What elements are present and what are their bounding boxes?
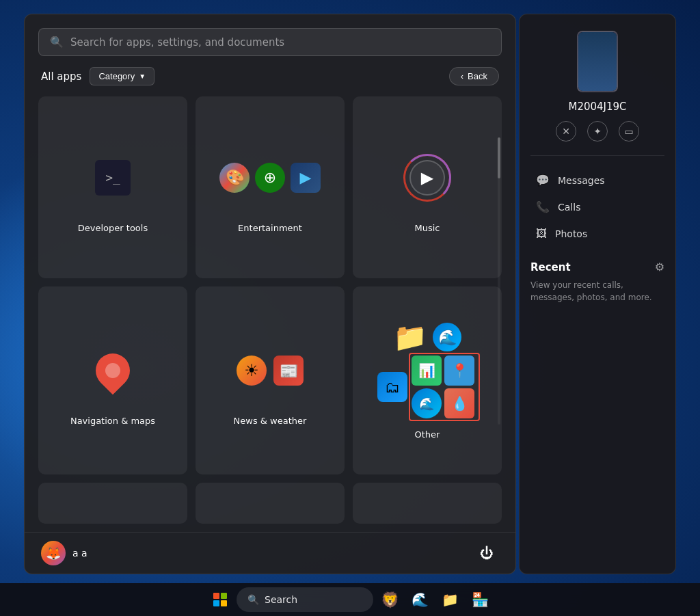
entertainment-icons: 🎨 ⊕ ▶	[219, 144, 321, 212]
chevron-left-icon: ‹	[461, 71, 463, 81]
category-button[interactable]: Category ▼	[90, 67, 154, 85]
avatar: 🦊	[41, 541, 66, 565]
phone-screen	[578, 32, 617, 91]
photos-label: Photos	[555, 228, 587, 239]
map-pin-icon	[92, 347, 133, 394]
taskbar-search-text: Search	[265, 594, 297, 605]
edge-dev-icon: 🌊	[412, 388, 442, 418]
taskbar-file-explorer-icon[interactable]: 📁	[436, 586, 463, 613]
start-search-bar[interactable]: 🔍 Search for apps, settings, and documen…	[38, 28, 502, 56]
start-menu: 🔍 Search for apps, settings, and documen…	[24, 14, 516, 574]
calls-label: Calls	[558, 202, 580, 213]
partial-bottom-row	[25, 483, 515, 532]
category-label-developer-tools: Developer tools	[78, 223, 148, 233]
category-tile-developer-tools[interactable]: >_ Developer tools	[38, 96, 187, 278]
category-tile-news[interactable]: ☀ 📰 News & weather	[196, 286, 345, 474]
phone-device-name: M2004J19C	[568, 101, 626, 113]
power-button[interactable]: ⏻	[474, 541, 499, 565]
bar-chart-icon: 📊	[412, 356, 442, 386]
user-name: a a	[72, 548, 88, 559]
recent-label: Recent	[530, 261, 571, 273]
partial-tile-1	[38, 483, 187, 524]
xbox-icon: ⊕	[255, 163, 285, 193]
messages-icon: 💬	[536, 174, 550, 187]
movies-icon: ▶	[291, 163, 321, 193]
news-icon: 📰	[273, 356, 304, 386]
terminal-icon: >_	[95, 160, 131, 196]
win-logo-yellow	[221, 600, 227, 606]
windows-logo-icon	[213, 593, 227, 606]
calls-icon: 📞	[536, 200, 550, 213]
edge-icon: 🌊	[433, 323, 461, 351]
scrollbar[interactable]	[498, 137, 500, 425]
phone-battery-icon[interactable]: ▭	[619, 121, 639, 142]
recent-settings-icon[interactable]: ⚙	[655, 260, 664, 273]
music-icon: ▶	[403, 154, 451, 202]
category-tile-music[interactable]: ▶ Music	[353, 96, 502, 278]
recent-description: View your recent calls, messages, photos…	[530, 279, 664, 304]
chevron-down-icon: ▼	[139, 72, 146, 80]
taskbar-search-icon: 🔍	[247, 594, 259, 605]
phone-bluetooth-icon[interactable]: ✦	[587, 121, 608, 142]
win-logo-blue	[213, 600, 219, 606]
category-label-entertainment: Entertainment	[238, 223, 302, 233]
partial-tile-3	[353, 483, 502, 524]
category-label-news: News & weather	[234, 416, 307, 426]
weather-icon: ☀	[237, 356, 267, 386]
phone-menu-messages[interactable]: 💬 Messages	[530, 167, 664, 193]
developer-tools-icons: >_	[95, 144, 131, 212]
search-icon: 🔍	[50, 36, 64, 49]
taskbar-center: 🔍 Search 🦁 🌊 📁 🏪	[206, 586, 494, 613]
partial-tile-2	[196, 483, 345, 524]
search-placeholder: Search for apps, settings, and documents	[70, 36, 490, 49]
taskbar-search[interactable]: 🔍 Search	[237, 587, 373, 612]
user-info[interactable]: 🦊 a a	[41, 541, 88, 565]
phone-panel: M2004J19C ✕ ✦ ▭ 💬 Messages 📞 Calls 🖼 Pho…	[519, 14, 676, 574]
category-label: Category	[98, 71, 135, 81]
all-apps-label: All apps	[41, 70, 81, 83]
other-icons: 📁 🌊 🗂 📊 📍 🌊 💧	[377, 323, 477, 418]
apps-grid: >_ Developer tools 🎨 ⊕ ▶	[25, 96, 515, 474]
category-label-navigation: Navigation & maps	[70, 416, 155, 426]
music-icons: ▶	[403, 144, 451, 212]
back-button[interactable]: ‹ Back	[449, 67, 499, 85]
recent-header: Recent ⚙	[530, 260, 664, 273]
category-tile-other[interactable]: 📁 🌊 🗂 📊 📍 🌊 💧	[353, 286, 502, 474]
taskbar: 🔍 Search 🦁 🌊 📁 🏪	[0, 583, 700, 616]
messages-label: Messages	[558, 175, 605, 186]
drop-icon: 💧	[444, 388, 474, 418]
taskbar-edge-icon[interactable]: 🌊	[406, 586, 433, 613]
phone-menu-photos[interactable]: 🖼 Photos	[530, 220, 664, 247]
win-logo-green	[221, 593, 227, 599]
folder-icon: 📁	[393, 323, 427, 351]
phone-divider	[530, 155, 664, 156]
paint-icon: 🎨	[219, 163, 250, 193]
pin-icon: 📍	[444, 356, 474, 386]
taskbar-ms-store-icon[interactable]: 🏪	[466, 586, 494, 613]
bottom-bar: 🦊 a a ⏻	[25, 532, 515, 574]
category-tile-navigation[interactable]: Navigation & maps	[38, 286, 187, 474]
back-label: Back	[468, 71, 487, 81]
phone-menu-calls[interactable]: 📞 Calls	[530, 193, 664, 220]
windows-start-button[interactable]	[206, 586, 234, 613]
file-explorer-icon: 🗂	[377, 372, 407, 402]
category-label-music: Music	[415, 223, 440, 233]
news-icons: ☀ 📰	[237, 336, 304, 405]
category-tile-entertainment[interactable]: 🎨 ⊕ ▶ Entertainment	[196, 96, 345, 278]
phone-image	[577, 31, 618, 92]
category-label-other: Other	[415, 429, 440, 440]
phone-close-button[interactable]: ✕	[556, 121, 576, 142]
phone-status-icons: ✕ ✦ ▭	[556, 121, 639, 142]
taskbar-lion-icon[interactable]: 🦁	[376, 586, 403, 613]
photos-icon: 🖼	[536, 227, 547, 240]
navigation-icons	[92, 336, 133, 405]
apps-header: All apps Category ▼ ‹ Back	[25, 67, 515, 96]
scrollbar-thumb	[498, 137, 500, 178]
apps-scroll-area: >_ Developer tools 🎨 ⊕ ▶	[25, 96, 515, 532]
win-logo-red	[213, 593, 219, 599]
